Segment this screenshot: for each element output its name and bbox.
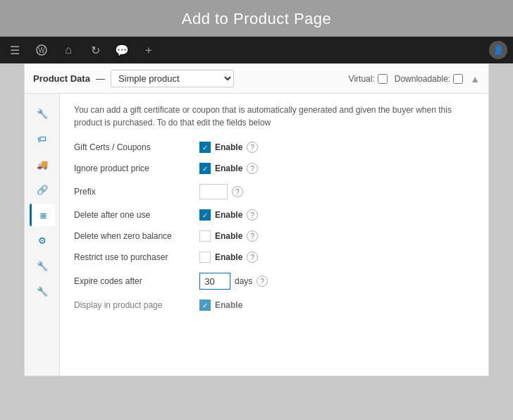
row-prefix: Prefix ? [74,184,474,199]
checkbox-display-product-page[interactable]: ✓ [199,299,211,311]
downloadable-checkbox[interactable] [453,74,463,84]
panel-header: Product Data — Simple product Variable p… [25,64,488,94]
sidebar-icon-general[interactable]: 🔧 [30,102,55,125]
avatar[interactable]: 👤 [489,41,507,59]
enable-label-delete-one-use: Enable [215,210,242,220]
expire-codes-input[interactable] [199,273,230,290]
sidebar-icon-tag[interactable]: 🏷 [30,128,55,150]
virtual-checkbox[interactable] [378,74,388,84]
help-icon-zero-balance[interactable]: ? [247,230,258,242]
row-gift-certs: Gift Certs / Coupons ✓ Enable ? [74,142,474,153]
wordpress-icon[interactable]: W [32,41,51,59]
checkbox-ignore-price[interactable]: ✓ [199,163,211,174]
info-text: You can add a gift certificate or coupon… [74,104,474,129]
row-restrict-purchaser: Restrict use to purchaser Enable ? [74,252,474,263]
checkbox-restrict-purchaser[interactable] [199,252,211,263]
enable-label-zero-balance: Enable [215,231,242,241]
sidebar-icon-coupons[interactable]: 🔧 [30,254,55,277]
help-icon-delete-one-use[interactable]: ? [247,209,258,221]
product-type-select[interactable]: Simple product Variable product Grouped … [111,70,234,87]
sidebar: 🔧 🏷 🚚 🔗 ≣ ⚙ 🔧 🔧 [25,94,60,376]
comments-icon[interactable]: 💬 [113,41,131,59]
add-new-icon[interactable]: ＋ [140,41,158,59]
control-ignore-price: ✓ Enable ? [199,163,258,174]
checkbox-delete-one-use[interactable]: ✓ [199,209,211,221]
enable-label-restrict-purchaser: Enable [215,252,242,262]
help-icon-restrict-purchaser[interactable]: ? [247,252,258,263]
sidebar-icon-linked[interactable]: 🔗 [30,178,55,201]
enable-label-display-product-page: Enable [215,300,242,310]
help-icon-prefix[interactable]: ? [232,186,243,197]
label-prefix: Prefix [74,187,194,197]
sidebar-icon-attributes[interactable]: ≣ [30,204,55,226]
control-restrict-purchaser: Enable ? [199,252,258,263]
control-prefix: ? [199,184,243,199]
label-ignore-price: Ignore product price [74,163,194,173]
collapse-icon[interactable]: ▲ [470,73,480,85]
svg-text:W: W [38,47,45,54]
panel-header-right: Virtual: Downloadable: ▲ [349,73,480,85]
product-data-panel: Product Data — Simple product Variable p… [24,63,489,376]
help-icon-expire-codes[interactable]: ? [256,276,268,287]
enable-label-ignore-price: Enable [215,163,242,173]
row-display-product-page: Display in product page ✓ Enable [74,299,474,311]
days-label: days [235,276,252,286]
control-delete-one-use: ✓ Enable ? [199,209,258,221]
content-area: You can add a gift certificate or coupon… [60,94,488,376]
prefix-input[interactable] [199,184,228,199]
refresh-icon[interactable]: ↻ [86,41,104,59]
sidebar-icon-extra[interactable]: 🔧 [30,280,55,302]
row-ignore-price: Ignore product price ✓ Enable ? [74,163,474,174]
wp-toolbar: ☰ W ⌂ ↻ 💬 ＋ 👤 [0,37,513,63]
label-gift-certs: Gift Certs / Coupons [74,142,194,152]
row-expire-codes: Expire codes after days ? [74,273,474,290]
label-display-product-page: Display in product page [74,300,194,310]
page-title: Add to Product Page [0,10,513,28]
help-icon-gift-certs[interactable]: ? [247,142,258,153]
checkbox-gift-certs[interactable]: ✓ [199,142,211,153]
label-restrict-purchaser: Restrict use to purchaser [74,252,194,262]
virtual-label[interactable]: Virtual: [349,74,388,84]
page-title-bar: Add to Product Page [0,0,513,37]
home-icon[interactable]: ⌂ [59,41,78,59]
panel-body: 🔧 🏷 🚚 🔗 ≣ ⚙ 🔧 🔧 You can add a gift certi… [25,94,488,376]
checkbox-zero-balance[interactable] [199,230,211,242]
enable-label-gift-certs: Enable [215,142,242,152]
sidebar-icon-shipping[interactable]: 🚚 [30,153,55,175]
row-zero-balance: Delete when zero balance Enable ? [74,230,474,242]
label-delete-one-use: Delete after one use [74,210,194,220]
help-icon-ignore-price[interactable]: ? [247,163,258,174]
row-delete-one-use: Delete after one use ✓ Enable ? [74,209,474,221]
menu-icon[interactable]: ☰ [6,41,24,59]
label-expire-codes: Expire codes after [74,276,194,286]
downloadable-label[interactable]: Downloadable: [395,74,463,84]
label-zero-balance: Delete when zero balance [74,231,194,241]
control-display-product-page: ✓ Enable [199,299,242,311]
sidebar-icon-advanced[interactable]: ⚙ [30,229,55,252]
panel-label: Product Data [33,73,90,84]
control-zero-balance: Enable ? [199,230,258,242]
control-expire-codes: days ? [199,273,268,290]
control-gift-certs: ✓ Enable ? [199,142,258,153]
panel-separator: — [96,73,105,84]
